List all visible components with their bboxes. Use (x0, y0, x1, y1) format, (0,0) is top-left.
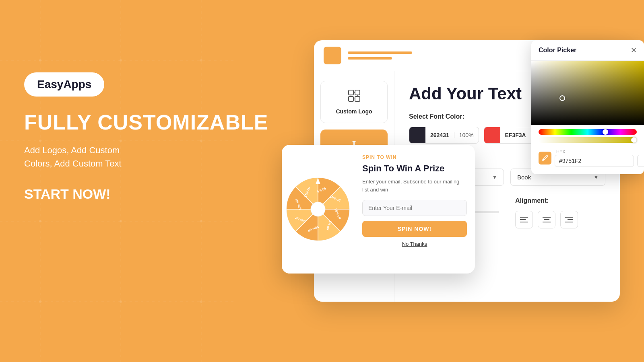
email-input[interactable] (362, 200, 467, 216)
orange-color-swatch (484, 127, 500, 143)
hex-label: HEX (555, 149, 634, 154)
opacity-thumb[interactable] (631, 137, 637, 143)
alignment-label: Alignment: (515, 197, 605, 204)
picker-inputs: HEX R G B (531, 145, 644, 174)
main-headline: FULLY CUSTOMIZABLE (24, 111, 268, 134)
svg-rect-19 (349, 90, 353, 95)
spin-title: Spin To Win A Prize (362, 163, 467, 174)
editor-header-lines (348, 51, 412, 60)
align-center-button[interactable] (538, 211, 555, 228)
font-family-arrow-icon: ▼ (492, 175, 497, 180)
svg-point-13 (39, 220, 41, 222)
editor-line-1 (348, 51, 412, 54)
custom-logo-label: Custom Logo (327, 108, 381, 115)
spin-tag: SPIN TO WIN (362, 154, 467, 160)
alignment-col: Alignment: (515, 197, 605, 228)
ui-mockup-container: Design Editor (282, 40, 644, 330)
svg-point-8 (120, 59, 122, 62)
color-chip-dark[interactable]: 262431 100% (409, 127, 479, 144)
align-left-button[interactable] (515, 211, 533, 228)
no-thanks-link[interactable]: No Thanks (362, 241, 467, 247)
svg-point-16 (39, 300, 41, 303)
svg-point-9 (200, 59, 202, 62)
picker-close-button[interactable]: ✕ (631, 46, 637, 55)
editor-logo-box (324, 47, 341, 64)
left-section: EasyApps FULLY CUSTOMIZABLE Add Logos, A… (24, 72, 268, 202)
tool-custom-logo[interactable]: Custom Logo (320, 81, 388, 123)
svg-point-17 (120, 300, 122, 303)
orange-color-hex: EF3F3A (500, 132, 531, 138)
align-right-button[interactable] (560, 211, 578, 228)
eyedropper-button[interactable] (539, 152, 551, 165)
hue-slider[interactable] (539, 129, 637, 135)
hex-input-row: HEX R G B (539, 149, 637, 167)
r-label: R (637, 149, 644, 154)
svg-rect-21 (349, 97, 353, 101)
cta-text: START NOW! (24, 186, 268, 202)
dark-color-pct: 100% (454, 132, 479, 138)
svg-point-18 (200, 300, 202, 303)
custom-logo-icon (327, 89, 381, 105)
color-picker-panel: Color Picker ✕ HEX (531, 40, 644, 174)
r-input[interactable] (637, 155, 644, 167)
alignment-buttons (515, 211, 605, 228)
gradient-cursor[interactable] (559, 95, 565, 101)
spin-wheel-svg: 10% off 15% off 5% off 30% off 45% off 5… (286, 177, 350, 241)
svg-point-7 (39, 59, 41, 62)
sub-headline: Add Logos, Add CustomColors, Add Custom … (24, 144, 268, 170)
font-weight-value: Book (517, 174, 531, 181)
spin-wheel-area: 10% off 15% off 5% off 30% off 45% off 5… (282, 145, 354, 274)
hex-value-input[interactable] (555, 155, 634, 167)
svg-point-15 (200, 220, 202, 222)
spin-popup: 10% off 15% off 5% off 30% off 45% off 5… (282, 145, 475, 274)
spin-now-button[interactable]: SPIN NOW! (362, 221, 467, 237)
svg-rect-20 (355, 90, 360, 95)
editor-line-2 (348, 57, 392, 60)
color-gradient-picker[interactable] (531, 61, 644, 125)
spin-popup-content: SPIN TO WIN Spin To Win A Prize Enter yo… (354, 145, 475, 274)
dark-color-swatch (409, 127, 425, 143)
hue-thumb[interactable] (603, 129, 608, 135)
svg-rect-22 (355, 97, 360, 101)
spin-description: Enter your email, Subscribe to our maili… (362, 178, 467, 193)
svg-point-14 (120, 220, 122, 222)
dark-color-hex: 262431 (425, 132, 454, 138)
font-weight-arrow-icon: ▼ (594, 175, 599, 180)
brand-pill: EasyApps (24, 72, 104, 97)
picker-title: Color Picker (539, 47, 576, 54)
svg-point-53 (311, 202, 325, 216)
opacity-slider[interactable] (539, 137, 637, 143)
picker-header: Color Picker ✕ (531, 40, 644, 61)
brand-name: EasyApps (37, 78, 91, 90)
